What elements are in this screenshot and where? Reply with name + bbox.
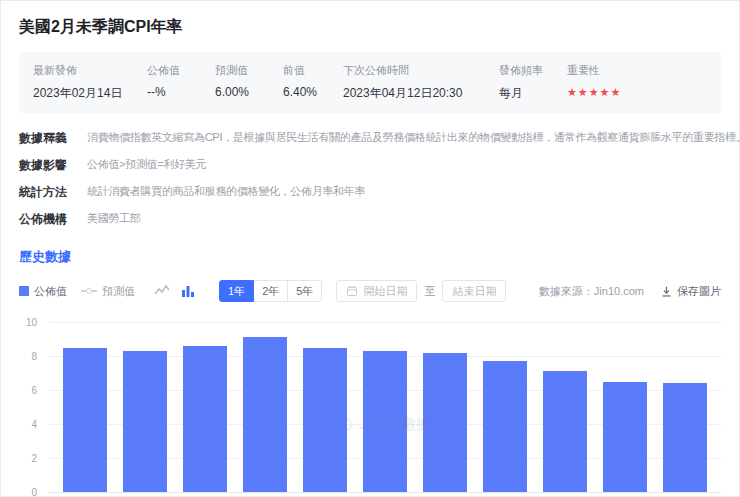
data-source-text: 數據來源：Jin10.com xyxy=(539,284,644,299)
bar-2022年 12月[interactable] xyxy=(603,382,647,493)
history-chart: 0246810 Jin10 數據 2022年 3月2022年 4月2022年 5… xyxy=(19,322,721,497)
detail-label: 數據釋義 xyxy=(19,130,87,147)
summary-importance: 重要性 ★★★★★ xyxy=(567,63,693,99)
page-title: 美國2月未季調CPI年率 xyxy=(19,17,721,38)
detail-row-method: 統計方法 統計消費者購買的商品和服務的價格變化，公佈月率和年率 xyxy=(19,184,721,201)
range-button-2y[interactable]: 2年 xyxy=(253,280,288,302)
bar-slot xyxy=(475,361,535,492)
bar-slot xyxy=(655,383,715,492)
published-swatch-icon xyxy=(19,286,29,296)
bar-slot xyxy=(415,353,475,492)
y-tick-label: 4 xyxy=(31,419,37,430)
bar-slot xyxy=(55,348,115,493)
bar-slot xyxy=(595,382,655,493)
detail-rows: 數據釋義 消費物價指數英文縮寫為CPI，是根據與居民生活有關的產品及勞務價格統計… xyxy=(19,130,721,228)
bar-2022年 11月[interactable] xyxy=(543,371,587,492)
detail-row-definition: 數據釋義 消費物價指數英文縮寫為CPI，是根據與居民生活有關的產品及勞務價格統計… xyxy=(19,130,721,147)
bar-slot xyxy=(235,337,295,492)
summary-label: 預測值 xyxy=(215,63,269,78)
summary-label: 前值 xyxy=(283,63,329,78)
summary-value: 每月 xyxy=(499,85,553,102)
legend-forecast-label: 預測值 xyxy=(102,284,135,299)
date-range-separator: 至 xyxy=(424,284,435,299)
detail-value: 消費物價指數英文縮寫為CPI，是根據與居民生活有關的產品及勞務價格統計出來的物價… xyxy=(87,130,740,145)
summary-value: 6.00% xyxy=(215,85,269,99)
legend-published-label: 公佈值 xyxy=(34,284,67,299)
bar-2022年 7月[interactable] xyxy=(303,348,347,493)
bar-2022年 5月[interactable] xyxy=(183,346,227,492)
range-button-1y[interactable]: 1年 xyxy=(219,280,254,302)
end-date-input[interactable]: 結束日期 xyxy=(442,280,506,302)
summary-value: 2023年02月14日 xyxy=(33,85,133,102)
summary-frequency: 發佈頻率 每月 xyxy=(499,63,553,102)
bar-slot xyxy=(355,351,415,492)
history-section-title: 歷史數據 xyxy=(19,248,721,266)
bar-2023年 1月[interactable] xyxy=(663,383,707,492)
save-image-button[interactable]: 保存圖片 xyxy=(660,284,721,299)
y-tick-label: 2 xyxy=(31,453,37,464)
chart-plot: Jin10 數據 xyxy=(49,322,721,492)
summary-value: --% xyxy=(147,85,201,99)
start-date-placeholder: 開始日期 xyxy=(363,284,407,299)
chart-type-switcher xyxy=(153,282,205,300)
calendar-icon xyxy=(346,285,358,297)
range-button-5y[interactable]: 5年 xyxy=(287,280,322,302)
summary-previous-value: 前值 6.40% xyxy=(283,63,329,99)
bar-2022年 10月[interactable] xyxy=(483,361,527,492)
range-button-group: 1年 2年 5年 xyxy=(219,280,322,302)
detail-value: 統計消費者購買的商品和服務的價格變化，公佈月率和年率 xyxy=(87,184,365,199)
download-icon xyxy=(660,285,673,298)
summary-label: 發佈頻率 xyxy=(499,63,553,78)
importance-stars: ★★★★★ xyxy=(567,86,693,99)
summary-label: 公佈值 xyxy=(147,63,201,78)
line-chart-icon[interactable] xyxy=(153,282,171,300)
y-tick-label: 6 xyxy=(31,385,37,396)
save-image-label: 保存圖片 xyxy=(677,284,721,299)
forecast-line-icon xyxy=(81,290,97,292)
bar-2022年 9月[interactable] xyxy=(423,353,467,492)
summary-forecast-value: 預測值 6.00% xyxy=(215,63,269,99)
end-date-placeholder: 結束日期 xyxy=(452,284,496,299)
legend-forecast[interactable]: 預測值 xyxy=(81,284,135,299)
summary-label: 最新發佈 xyxy=(33,63,133,78)
y-tick-label: 0 xyxy=(31,487,37,497)
summary-bar: 最新發佈 2023年02月14日 公佈值 --% 預測值 6.00% 前值 6.… xyxy=(19,52,721,113)
bar-2022年 8月[interactable] xyxy=(363,351,407,492)
bar-slot xyxy=(175,346,235,492)
bar-slot xyxy=(115,351,175,492)
bar-2022年 3月[interactable] xyxy=(63,348,107,493)
chart-bars xyxy=(49,322,721,492)
chart-controls: 公佈值 預測值 1年 2年 5年 開始日期 至 結束日期 數 xyxy=(19,280,721,302)
detail-value: 公佈值>預測值=利好美元 xyxy=(87,157,206,172)
detail-row-agency: 公佈機構 美國勞工部 xyxy=(19,211,721,228)
detail-label: 統計方法 xyxy=(19,184,87,201)
legend-published[interactable]: 公佈值 xyxy=(19,284,67,299)
detail-value: 美國勞工部 xyxy=(87,211,141,226)
bar-slot xyxy=(295,348,355,493)
detail-label: 數據影響 xyxy=(19,157,87,174)
summary-next-release: 下次公佈時間 2023年04月12日20:30 xyxy=(343,63,485,102)
summary-value: 6.40% xyxy=(283,85,329,99)
bar-2022年 6月[interactable] xyxy=(243,337,287,492)
detail-label: 公佈機構 xyxy=(19,211,87,228)
summary-latest-release: 最新發佈 2023年02月14日 xyxy=(33,63,133,102)
start-date-input[interactable]: 開始日期 xyxy=(336,280,417,302)
chart-y-axis: 0246810 xyxy=(19,322,45,492)
summary-label: 重要性 xyxy=(567,63,693,78)
bar-2022年 4月[interactable] xyxy=(123,351,167,492)
y-tick-label: 10 xyxy=(26,317,37,328)
controls-right: 數據來源：Jin10.com 保存圖片 xyxy=(539,284,721,299)
summary-published-value: 公佈值 --% xyxy=(147,63,201,99)
summary-value: 2023年04月12日20:30 xyxy=(343,85,485,102)
detail-row-impact: 數據影響 公佈值>預測值=利好美元 xyxy=(19,157,721,174)
y-tick-label: 8 xyxy=(31,351,37,362)
gridline xyxy=(49,492,721,493)
summary-label: 下次公佈時間 xyxy=(343,63,485,78)
bar-slot xyxy=(535,371,595,492)
indicator-detail-page: 美國2月未季調CPI年率 最新發佈 2023年02月14日 公佈值 --% 預測… xyxy=(0,0,740,497)
bar-chart-icon[interactable] xyxy=(179,282,197,300)
